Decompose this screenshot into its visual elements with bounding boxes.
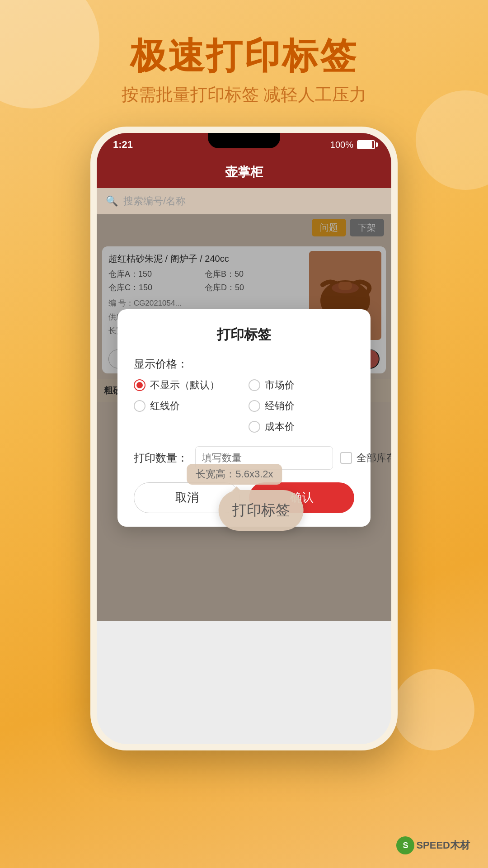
hero-title: 极速打印标签 (0, 36, 488, 76)
notch (208, 133, 280, 148)
phone-outer: 1:21 100% 壶掌柜 🔍 搜索编号/名称 (90, 127, 398, 750)
search-placeholder: 搜索编号/名称 (123, 194, 186, 208)
price-field-label: 显示价格： (134, 357, 354, 371)
deco-circle-bottom-right (393, 669, 474, 750)
battery-percent: 100% (330, 140, 353, 150)
radio-cost-price[interactable]: 成本价 (249, 420, 354, 434)
status-time: 1:21 (113, 139, 133, 151)
all-stock-label: 全部库存 (357, 451, 391, 465)
all-stock-checkbox[interactable] (340, 452, 352, 464)
quantity-label: 打印数量： (134, 451, 188, 465)
modal-overlay: 打印标签 显示价格： 不显示（默认） 市场价 (97, 214, 391, 621)
radio-market-price-circle (249, 379, 260, 391)
radio-cost-circle (249, 421, 260, 433)
speed-logo-text: SPEED木材 (416, 839, 470, 852)
tooltip-bubble[interactable]: 打印标签 (219, 490, 304, 531)
radio-cost-label: 成本价 (265, 420, 295, 434)
radio-dealer-label: 经销价 (265, 399, 295, 413)
hero-subtitle: 按需批量打印标签 减轻人工压力 (0, 83, 488, 106)
radio-dealer-price[interactable]: 经销价 (249, 399, 354, 413)
radio-market-price[interactable]: 市场价 (249, 378, 354, 392)
radio-redline-label: 红线价 (150, 399, 180, 413)
app-navbar: 壶掌柜 (97, 156, 391, 188)
all-stock-wrap[interactable]: 全部库存 (340, 451, 391, 465)
phone-inner: 1:21 100% 壶掌柜 🔍 搜索编号/名称 (97, 133, 391, 744)
status-bar: 1:21 100% (97, 133, 391, 156)
phone-mockup: 1:21 100% 壶掌柜 🔍 搜索编号/名称 (90, 127, 398, 750)
search-icon: 🔍 (106, 195, 118, 207)
radio-redline-price[interactable]: 红线价 (134, 399, 239, 413)
radio-no-display-label: 不显示（默认） (150, 378, 220, 392)
speed-logo-icon: S (396, 836, 414, 854)
radio-dealer-circle (249, 400, 260, 412)
status-right: 100% (330, 140, 375, 150)
dialog-title: 打印标签 (134, 326, 354, 344)
radio-market-price-label: 市场价 (265, 378, 295, 392)
app-navbar-title: 壶掌柜 (225, 164, 263, 181)
radio-no-display[interactable]: 不显示（默认） (134, 378, 239, 392)
battery-icon (357, 140, 375, 149)
price-radio-group: 不显示（默认） 市场价 红线价 (134, 378, 354, 434)
radio-no-display-circle (134, 379, 145, 391)
battery-fill (358, 141, 372, 148)
product-area: 问题 下架 超红枯砂朱泥 / 阁炉子 / 240cc 仓库A：150 仓库B：5… (97, 214, 391, 621)
search-bar[interactable]: 🔍 搜索编号/名称 (97, 188, 391, 214)
hero-section: 极速打印标签 按需批量打印标签 减轻人工压力 (0, 36, 488, 106)
speed-logo: S SPEED木材 (396, 836, 470, 854)
tooltip-button-text: 打印标签 (232, 500, 290, 520)
radio-redline-circle (134, 400, 145, 412)
